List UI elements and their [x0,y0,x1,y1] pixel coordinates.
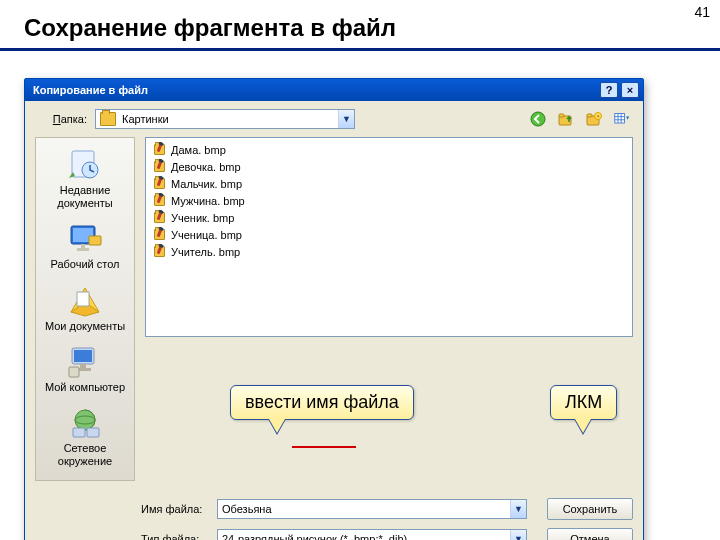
place-label: Сетевое окружение [37,442,133,468]
svg-point-0 [531,112,545,126]
filename-text: Обезьяна [218,503,510,515]
place-mydocs[interactable]: Мои документы [37,280,133,339]
place-label: Рабочий стол [37,258,133,271]
place-mycomputer[interactable]: Мой компьютер [37,341,133,400]
list-item[interactable]: Мужчина. bmp [152,192,626,209]
views-button[interactable] [611,109,633,129]
list-item[interactable]: Ученик. bmp [152,209,626,226]
list-item[interactable]: Учитель. bmp [152,243,626,260]
svg-rect-21 [74,350,92,362]
folder-combo[interactable]: Картинки ▼ [95,109,355,129]
help-button[interactable]: ? [600,82,618,98]
recent-icon [66,148,104,182]
svg-rect-18 [89,236,101,245]
place-label: Недавние документы [37,184,133,210]
list-item[interactable]: Ученица. bmp [152,226,626,243]
callout-lkm: ЛКМ [550,385,617,420]
network-icon [66,406,104,440]
filetype-text: 24-разрядный рисунок (*. bmp;*. dib) [218,533,510,540]
dialog-bottom: Имя файла: Обезьяна ▼ Сохранить Тип файл… [25,491,643,540]
file-name: Мальчик. bmp [171,178,242,190]
bmp-file-icon [152,193,167,208]
svg-rect-22 [80,364,86,368]
file-name: Ученик. bmp [171,212,234,224]
list-item[interactable]: Дама. bmp [152,141,626,158]
cancel-button[interactable]: Отмена [547,528,633,540]
svg-rect-2 [559,114,564,117]
folder-combo-text: Картинки [120,113,338,125]
file-name: Ученица. bmp [171,229,242,241]
svg-rect-28 [87,428,99,437]
toolbar: Папка: Картинки ▼ ✦ [25,101,643,137]
bmp-file-icon [152,227,167,242]
svg-rect-27 [73,428,85,437]
file-name: Учитель. bmp [171,246,240,258]
svg-text:✦: ✦ [596,113,600,119]
file-name: Девочка. bmp [171,161,241,173]
file-name: Дама. bmp [171,144,226,156]
dialog-title: Копирование в файл [33,84,148,96]
highlight-filename [292,446,356,448]
file-name: Мужчина. bmp [171,195,245,207]
places-bar: Недавние документы Рабочий стол Мои доку… [35,137,135,481]
save-button[interactable]: Сохранить [547,498,633,520]
place-label: Мой компьютер [37,381,133,394]
bmp-file-icon [152,244,167,259]
list-item[interactable]: Девочка. bmp [152,158,626,175]
list-item[interactable]: Мальчик. bmp [152,175,626,192]
svg-rect-24 [69,367,79,377]
mydocs-icon [66,284,104,318]
filetype-combo[interactable]: 24-разрядный рисунок (*. bmp;*. dib) ▼ [217,529,527,540]
svg-rect-19 [77,292,89,306]
up-button[interactable] [555,109,577,129]
save-dialog: Копирование в файл ? × Папка: Картинки ▼… [24,78,644,540]
bmp-file-icon [152,142,167,157]
chevron-down-icon[interactable]: ▼ [510,530,526,540]
new-folder-button[interactable]: ✦ [583,109,605,129]
back-button[interactable] [527,109,549,129]
svg-rect-7 [615,113,625,123]
svg-rect-16 [81,244,85,248]
svg-rect-17 [77,248,89,251]
place-network[interactable]: Сетевое окружение [37,402,133,474]
mycomputer-icon [66,345,104,379]
filetype-label: Тип файла: [141,533,211,540]
place-desktop[interactable]: Рабочий стол [37,218,133,277]
bmp-file-icon [152,210,167,225]
filename-input[interactable]: Обезьяна ▼ [217,499,527,519]
bmp-file-icon [152,176,167,191]
slide-title: Сохранение фрагмента в файл [24,14,720,42]
place-recent[interactable]: Недавние документы [37,144,133,216]
callout-filename: ввести имя файла [230,385,414,420]
close-button[interactable]: × [621,82,639,98]
chevron-down-icon[interactable]: ▼ [338,110,354,128]
svg-rect-4 [587,114,592,117]
title-rule [0,48,720,51]
slide-number: 41 [694,4,710,20]
filename-label: Имя файла: [141,503,211,515]
folder-label: Папка: [35,113,87,125]
chevron-down-icon[interactable]: ▼ [510,500,526,518]
desktop-icon [66,222,104,256]
folder-icon [100,112,116,126]
dialog-titlebar: Копирование в файл ? × [25,79,643,101]
file-list[interactable]: Дама. bmpДевочка. bmpМальчик. bmpМужчина… [145,137,633,337]
place-label: Мои документы [37,320,133,333]
bmp-file-icon [152,159,167,174]
